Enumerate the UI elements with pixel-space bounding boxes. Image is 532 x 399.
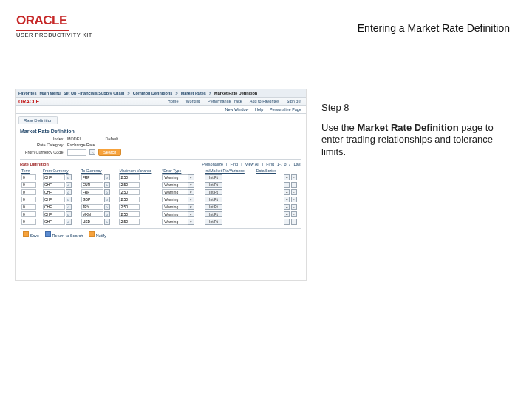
crumb-common[interactable]: Common Definitions [133, 91, 173, 95]
nav-signout[interactable]: Sign out [287, 99, 301, 103]
lookup-icon[interactable]: ⌕ [89, 149, 95, 155]
pager-find[interactable]: Find [230, 162, 238, 166]
col-int[interactable]: Int/Market Rts/Variance [203, 168, 255, 174]
nav-perf[interactable]: Performance Trace [208, 99, 242, 103]
lookup-icon[interactable]: ⌕ [66, 174, 72, 180]
cell-to[interactable] [81, 189, 103, 195]
lookup-icon[interactable]: ⌕ [104, 197, 110, 202]
pager-first[interactable]: First [266, 162, 274, 166]
tab-rate-definition[interactable]: Rate Definition [18, 116, 58, 124]
cell-error-type[interactable]: Warning▾ [162, 174, 194, 180]
lookup-icon[interactable]: ⌕ [104, 182, 110, 188]
link-new-window[interactable]: New Window [225, 107, 248, 112]
col-term[interactable]: Term [20, 168, 41, 174]
remove-row-button[interactable]: − [291, 197, 297, 202]
lookup-icon[interactable]: ⌕ [66, 189, 72, 195]
cell-to[interactable] [81, 219, 103, 225]
nav-favorites[interactable]: Add to Favorites [250, 99, 279, 103]
cell-from[interactable] [43, 197, 65, 202]
col-to[interactable]: To Currency [80, 168, 118, 174]
int-rates-button[interactable]: Int Rt [205, 219, 222, 225]
add-row-button[interactable]: + [284, 174, 290, 180]
add-row-button[interactable]: + [284, 219, 290, 225]
cell-variance[interactable] [119, 174, 140, 180]
cell-term[interactable] [21, 204, 36, 210]
cell-variance[interactable] [119, 219, 140, 225]
cell-variance[interactable] [119, 182, 140, 188]
cell-error-type[interactable]: Warning▾ [162, 189, 194, 195]
int-rates-button[interactable]: Int Rt [205, 189, 222, 195]
int-rates-button[interactable]: Int Rt [205, 197, 222, 202]
cell-term[interactable] [21, 197, 36, 202]
col-series[interactable]: Data Series [255, 168, 282, 174]
cell-term[interactable] [21, 189, 36, 195]
int-rates-button[interactable]: Int Rt [205, 211, 222, 217]
cell-error-type[interactable]: Warning▾ [162, 219, 194, 225]
cell-error-type[interactable]: Warning▾ [162, 211, 194, 217]
cell-from[interactable] [43, 219, 65, 225]
crumb-setup[interactable]: Set Up Financials/Supply Chain [64, 91, 125, 95]
cell-from[interactable] [43, 211, 65, 217]
lookup-icon[interactable]: ⌕ [104, 219, 110, 225]
lookup-icon[interactable]: ⌕ [66, 204, 72, 210]
lookup-icon[interactable]: ⌕ [66, 219, 72, 225]
col-err[interactable]: *Error Type [160, 168, 203, 174]
cell-variance[interactable] [119, 189, 140, 195]
lookup-icon[interactable]: ⌕ [66, 211, 72, 217]
remove-row-button[interactable]: − [291, 174, 297, 180]
cell-variance[interactable] [119, 204, 140, 210]
cell-term[interactable] [21, 211, 36, 217]
lookup-icon[interactable]: ⌕ [104, 211, 110, 217]
remove-row-button[interactable]: − [291, 182, 297, 188]
int-rates-button[interactable]: Int Rt [205, 204, 222, 210]
lookup-icon[interactable]: ⌕ [104, 174, 110, 180]
cell-from[interactable] [43, 189, 65, 195]
cell-term[interactable] [21, 174, 36, 180]
cell-error-type[interactable]: Warning▾ [162, 182, 194, 188]
crumb-favorites[interactable]: Favorites [18, 91, 36, 95]
cell-to[interactable] [81, 197, 103, 202]
cell-to[interactable] [81, 182, 103, 188]
cell-error-type[interactable]: Warning▾ [162, 204, 194, 210]
nav-worklist[interactable]: Worklist [186, 99, 200, 103]
lookup-icon[interactable]: ⌕ [104, 204, 110, 210]
int-rates-button[interactable]: Int Rt [205, 174, 222, 180]
cell-variance[interactable] [119, 197, 140, 202]
col-from[interactable]: From Currency [41, 168, 80, 174]
crumb-main-menu[interactable]: Main Menu [39, 91, 60, 95]
pager-personalize[interactable]: Personalize [202, 162, 223, 166]
search-button[interactable]: Search [98, 149, 121, 156]
cell-variance[interactable] [119, 211, 140, 217]
cell-from[interactable] [43, 182, 65, 188]
remove-row-button[interactable]: − [291, 211, 297, 217]
cell-term[interactable] [21, 219, 36, 225]
pager-last[interactable]: Last [294, 162, 301, 166]
cell-from[interactable] [43, 204, 65, 210]
pager-viewall[interactable]: View All [245, 162, 259, 166]
int-rates-button[interactable]: Int Rt [205, 182, 222, 188]
input-from-currency[interactable] [67, 149, 86, 156]
add-row-button[interactable]: + [284, 182, 290, 188]
link-personalize[interactable]: Personalize Page [270, 107, 301, 112]
link-help[interactable]: Help [255, 107, 263, 112]
col-var[interactable]: Maximum Variance [117, 168, 160, 174]
nav-home[interactable]: Home [168, 99, 179, 103]
save-button[interactable]: Save [23, 231, 39, 238]
lookup-icon[interactable]: ⌕ [104, 189, 110, 195]
cell-term[interactable] [21, 182, 36, 188]
lookup-icon[interactable]: ⌕ [66, 182, 72, 188]
cell-to[interactable] [81, 174, 103, 180]
remove-row-button[interactable]: − [291, 189, 297, 195]
cell-to[interactable] [81, 204, 103, 210]
cell-to[interactable] [81, 211, 103, 217]
return-button[interactable]: Return to Search [45, 231, 83, 238]
add-row-button[interactable]: + [284, 211, 290, 217]
lookup-icon[interactable]: ⌕ [66, 197, 72, 202]
crumb-market-rates[interactable]: Market Rates [181, 91, 206, 95]
add-row-button[interactable]: + [284, 189, 290, 195]
cell-from[interactable] [43, 174, 65, 180]
notify-button[interactable]: Notify [89, 231, 106, 238]
remove-row-button[interactable]: − [291, 219, 297, 225]
cell-error-type[interactable]: Warning▾ [162, 197, 194, 202]
remove-row-button[interactable]: − [291, 204, 297, 210]
